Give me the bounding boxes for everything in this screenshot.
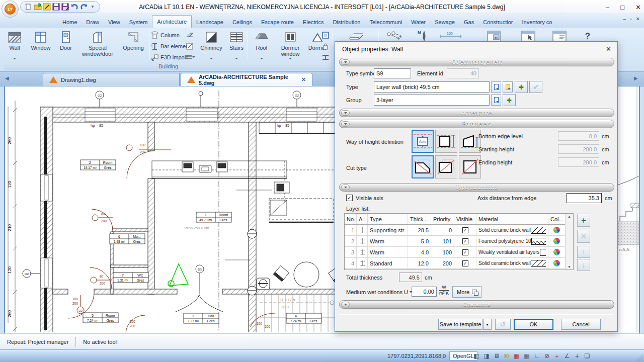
- tab-construction[interactable]: Constructior: [478, 16, 517, 28]
- tab-system[interactable]: System: [125, 16, 152, 28]
- height-auto-button[interactable]: Auto: [412, 130, 434, 153]
- group-library-icon[interactable]: [491, 95, 501, 106]
- view-right-toggle-icon[interactable]: ◨: [482, 351, 491, 360]
- door-button[interactable]: Door: [55, 29, 76, 61]
- save-as-icon[interactable]: [61, 3, 69, 11]
- layer-row[interactable]: 2 Warm 5.0 101 ✓ Foamed polystyrene 10: [345, 236, 573, 247]
- opening-button[interactable]: Opening: [119, 29, 148, 61]
- group-input[interactable]: [374, 95, 490, 106]
- layer-color-icon[interactable]: [553, 238, 560, 244]
- selection-triangle[interactable]: [168, 264, 188, 287]
- layer-move-up-button[interactable]: ↑: [577, 246, 590, 258]
- layer-row[interactable]: 4 Standard 12.0 200 ✓ Solid ceramic bric…: [345, 258, 573, 269]
- dormer-window-dropdown-icon[interactable]: [289, 58, 292, 61]
- section-type-parameters[interactable]: Type parameters: [339, 183, 614, 192]
- save-template-dropdown-icon[interactable]: ▼: [483, 319, 492, 330]
- snap-marker-icon[interactable]: ＋: [552, 351, 561, 360]
- height-fixed-button[interactable]: [435, 130, 457, 153]
- arcadia-tool-icon[interactable]: [43, 3, 51, 11]
- layer-color-icon[interactable]: [553, 249, 560, 255]
- app-logo[interactable]: LT: [2, 1, 19, 18]
- type-add-button[interactable]: +: [515, 81, 528, 93]
- type-library-icon[interactable]: [491, 81, 501, 93]
- tab-ceilings[interactable]: Ceilings: [228, 16, 257, 28]
- layer-add-button[interactable]: +: [577, 214, 590, 227]
- tab-electrics[interactable]: Electrics: [298, 16, 329, 28]
- tab-architecture[interactable]: Architecture: [152, 15, 192, 28]
- window-button[interactable]: Window: [27, 29, 54, 61]
- cascade-windows-icon[interactable]: ❏: [583, 351, 592, 360]
- eraser-icon[interactable]: [184, 30, 195, 40]
- visible-checkbox[interactable]: ✓: [462, 227, 468, 233]
- resize-grip[interactable]: [637, 355, 643, 361]
- collapse-icon[interactable]: [341, 59, 350, 65]
- type-symbol-input[interactable]: [374, 68, 411, 78]
- view-left-toggle-icon[interactable]: ◧: [472, 351, 481, 360]
- section-parameters[interactable]: Parameters: [339, 120, 614, 128]
- cut-type-1-button[interactable]: [412, 155, 434, 178]
- doc-tabs-scroll-right-icon[interactable]: ▶: [634, 75, 638, 81]
- layer-row[interactable]: 1 Supporting str 28.5 0 ✓ Solid ceramic …: [345, 225, 573, 236]
- doc-tab-close-icon[interactable]: ✕: [301, 76, 306, 83]
- chimney-button[interactable]: Chimney: [198, 29, 224, 61]
- beam-section-icon[interactable]: [320, 52, 331, 62]
- layer-table[interactable]: No. A. Type Thick... Priority Visible Ma…: [344, 213, 574, 270]
- collapse-icon[interactable]: [341, 121, 350, 127]
- angle-snap-icon[interactable]: ∠: [562, 351, 572, 360]
- tab-gas[interactable]: Gas: [459, 16, 478, 28]
- maximize-button[interactable]: □: [620, 4, 624, 11]
- tab-telecommunication[interactable]: Telecommuni: [365, 16, 407, 28]
- dormer-window-button[interactable]: Dormer window: [276, 29, 305, 61]
- close-button[interactable]: ✕: [635, 4, 641, 11]
- layer-lines-icon[interactable]: [184, 52, 195, 62]
- cancel-button[interactable]: Cancel: [561, 319, 601, 330]
- tab-sewage[interactable]: Sewage: [430, 16, 459, 28]
- ok-button[interactable]: OK: [514, 319, 553, 330]
- roof-dropdown-icon[interactable]: [260, 58, 263, 61]
- doc-tabs-scroll-left-icon[interactable]: ◀: [5, 75, 9, 81]
- doc-tab-sample5[interactable]: ArCADia-ARCHITECTURE Sample 5.dwg ✕: [181, 73, 312, 86]
- special-window-door-button[interactable]: Special window/door: [77, 29, 118, 61]
- mdi-restore-button[interactable]: ▫: [630, 16, 632, 22]
- visible-checkbox[interactable]: ✓: [462, 238, 468, 244]
- stairs-button[interactable]: Stairs: [225, 29, 248, 61]
- status-repeat[interactable]: Repeat: Project manager: [0, 339, 75, 345]
- layer-color-icon[interactable]: [553, 260, 560, 266]
- redo-icon[interactable]: [80, 3, 88, 11]
- section-object-management[interactable]: Object management: [339, 58, 614, 66]
- chimney-dropdown-icon[interactable]: [210, 58, 213, 61]
- monitor-settings-icon[interactable]: 🖥︎: [492, 351, 501, 360]
- tab-draw[interactable]: Draw: [82, 16, 104, 28]
- collapse-icon[interactable]: [341, 302, 350, 307]
- lock-icon[interactable]: [320, 41, 331, 51]
- layer-table-scrollbar[interactable]: ▲▼: [565, 214, 573, 269]
- save-icon[interactable]: [52, 3, 60, 11]
- snap-grid-icon[interactable]: ▦: [512, 351, 521, 360]
- visible-checkbox[interactable]: ✓: [462, 249, 468, 255]
- tab-view[interactable]: View: [104, 16, 125, 28]
- column-button[interactable]: Column: [151, 30, 180, 40]
- axis-distance-input[interactable]: [567, 193, 602, 203]
- layer-row[interactable]: 3 Warm 4.0 100 ✓ Weakly ventilated air l…: [345, 247, 573, 258]
- new-file-icon[interactable]: [25, 3, 32, 11]
- height-sloped-button[interactable]: [459, 130, 481, 153]
- undo-icon[interactable]: [70, 3, 78, 11]
- tab-escape-route[interactable]: Escape route: [257, 16, 298, 28]
- wall-dropdown-icon[interactable]: [13, 58, 16, 61]
- collapse-icon[interactable]: [341, 110, 350, 116]
- open-file-icon[interactable]: [34, 3, 42, 11]
- mdi-minimize-button[interactable]: ‒: [623, 16, 626, 22]
- type-input[interactable]: [374, 81, 490, 93]
- mdi-close-button[interactable]: ✕: [636, 16, 640, 22]
- crosshair-size-icon[interactable]: +: [573, 351, 582, 360]
- section-operations[interactable]: Operations: [339, 300, 614, 309]
- polar-tracking-icon[interactable]: ⊘: [542, 351, 551, 360]
- tab-landscape[interactable]: Landscape: [192, 16, 228, 28]
- visible-checkbox[interactable]: ✓: [462, 260, 468, 266]
- tab-inventory[interactable]: Inventory co: [517, 16, 556, 28]
- type-project-library-icon[interactable]: [503, 81, 513, 93]
- tab-home[interactable]: Home: [58, 16, 82, 28]
- grid-display-icon[interactable]: ▦: [522, 351, 531, 360]
- doc-tab-drawing1[interactable]: Drawing1.dwg: [43, 73, 180, 86]
- 3d-mode-icon[interactable]: 3D: [502, 351, 511, 360]
